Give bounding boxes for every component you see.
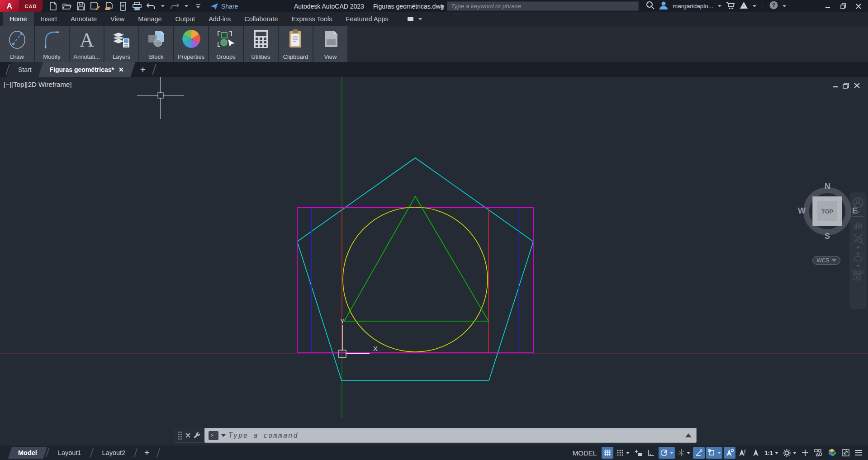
navigation-wheel-icon[interactable]	[852, 197, 864, 209]
panel-utilities[interactable]: Utilities	[244, 26, 278, 62]
polar-caret-icon[interactable]	[670, 452, 674, 454]
isodraft-caret-icon[interactable]	[687, 452, 690, 454]
search-collapse-icon[interactable]	[441, 4, 444, 9]
tab-view[interactable]: View	[104, 12, 131, 26]
tab-collaborate[interactable]: Collaborate	[237, 12, 285, 26]
minimize-button[interactable]	[821, 1, 835, 12]
tab-express-tools[interactable]: Express Tools	[285, 12, 339, 26]
zoom-extents-icon[interactable]	[853, 233, 863, 244]
rect-magenta[interactable]	[297, 208, 533, 353]
status-plus[interactable]	[799, 447, 811, 459]
status-grid[interactable]	[602, 447, 613, 459]
status-annotation-monitor[interactable]	[812, 447, 824, 459]
undo-icon[interactable]	[146, 1, 156, 11]
status-snap-mode[interactable]	[615, 447, 631, 459]
search-icon[interactable]	[646, 1, 655, 11]
command-line-window[interactable]: >_	[175, 428, 697, 443]
save-to-web-icon[interactable]	[104, 1, 114, 11]
plot-icon[interactable]	[132, 1, 142, 11]
redo-dropdown-icon[interactable]	[185, 5, 188, 7]
viewport-controls-label[interactable]: [−][Top][2D Wireframe]	[4, 81, 71, 88]
snap-caret-icon[interactable]	[626, 452, 630, 454]
search-box[interactable]	[447, 1, 639, 11]
user-avatar-icon[interactable]	[659, 1, 668, 11]
command-input[interactable]	[228, 432, 683, 440]
status-customization[interactable]	[853, 447, 864, 459]
status-annotation-autoscale[interactable]	[737, 447, 749, 459]
wrench-icon[interactable]	[194, 432, 201, 439]
panel-view[interactable]: View	[313, 26, 347, 62]
osnap-caret-icon[interactable]	[717, 452, 721, 454]
status-annotation-visibility[interactable]	[724, 447, 735, 459]
status-osnap-tracking[interactable]	[693, 447, 705, 459]
tab-annotate[interactable]: Annotate	[64, 12, 104, 26]
workspace-caret-icon[interactable]	[793, 452, 797, 454]
viewcube[interactable]: N W E S TOP	[797, 181, 858, 242]
tab-insert[interactable]: Insert	[34, 12, 64, 26]
tab-featured-apps[interactable]: Featured Apps	[339, 12, 395, 26]
pan-icon[interactable]	[853, 219, 863, 230]
status-clean-screen[interactable]	[840, 447, 851, 459]
navigation-wheel-caret-icon[interactable]	[856, 211, 860, 213]
panel-modify[interactable]: Modify	[35, 26, 69, 62]
crosshair-pickbox[interactable]	[158, 93, 163, 98]
status-polar-tracking[interactable]	[659, 447, 675, 459]
layout-tab-model[interactable]: Model	[10, 446, 45, 460]
autodesk-logo-icon[interactable]	[740, 1, 748, 11]
save-to-mobile-icon[interactable]	[118, 1, 128, 11]
status-scale-list[interactable]: 1:1	[763, 447, 780, 459]
ucs-y-label[interactable]: Y	[340, 317, 345, 325]
tab-add-ins[interactable]: Add-ins	[202, 12, 237, 26]
drag-handle-icon[interactable]	[178, 432, 182, 440]
panel-draw[interactable]: Draw	[0, 26, 34, 62]
layout-tab-layout1[interactable]: Layout1	[50, 446, 90, 460]
zoom-caret-icon[interactable]	[856, 247, 860, 249]
search-input[interactable]	[447, 2, 638, 10]
share-button[interactable]: Share	[210, 3, 238, 10]
viewcube-west[interactable]: W	[798, 206, 806, 216]
app-logo[interactable]: A CAD	[0, 0, 43, 12]
new-layout-button[interactable]: +	[138, 446, 156, 460]
status-workspace[interactable]	[781, 447, 798, 459]
open-file-icon[interactable]	[62, 1, 72, 11]
recent-commands-icon[interactable]: >_	[209, 431, 218, 440]
save-icon[interactable]	[76, 1, 86, 11]
cart-icon[interactable]	[726, 1, 735, 11]
file-tab-figuras-geometricas[interactable]: Figuras geométricas* ✕	[41, 62, 133, 77]
autodesk-menu-caret-icon[interactable]	[753, 5, 756, 7]
save-as-icon[interactable]	[90, 1, 100, 11]
triangle-green[interactable]	[344, 196, 489, 321]
status-isodraft[interactable]	[676, 447, 692, 459]
new-file-icon[interactable]	[48, 1, 58, 11]
drawing-close-button[interactable]	[853, 82, 860, 89]
close-button[interactable]	[852, 1, 865, 12]
file-tab-close-icon[interactable]: ✕	[119, 66, 124, 73]
showmotion-icon[interactable]	[852, 270, 864, 281]
username-label[interactable]: margaridaplo...	[673, 3, 713, 9]
command-input-area[interactable]: >_	[204, 428, 697, 443]
user-menu-caret-icon[interactable]	[718, 5, 721, 7]
viewcube-south[interactable]: S	[825, 232, 830, 241]
tab-output[interactable]: Output	[169, 12, 202, 26]
command-history-expand-icon[interactable]	[685, 433, 692, 437]
panel-clipboard[interactable]: Clipboard	[279, 26, 313, 62]
ribbon-display-toggle[interactable]	[407, 12, 423, 26]
restore-button[interactable]	[836, 1, 850, 12]
orbit-icon[interactable]	[853, 251, 863, 262]
undo-dropdown-icon[interactable]	[161, 5, 165, 7]
circle-yellow[interactable]	[343, 207, 488, 352]
model-space-canvas[interactable]: YX [−][Top][2D Wireframe] N W E S TOP WC…	[0, 77, 868, 446]
help-icon[interactable]: ?	[769, 1, 778, 11]
recent-commands-caret-icon[interactable]	[221, 434, 226, 437]
status-annotation-scale[interactable]	[750, 447, 762, 459]
drawing-minimize-button[interactable]	[831, 82, 839, 89]
status-dynamic-input[interactable]	[632, 447, 644, 459]
orbit-caret-icon[interactable]	[856, 265, 860, 267]
status-osnap[interactable]	[706, 447, 722, 459]
file-tab-start[interactable]: Start	[9, 62, 41, 77]
panel-groups[interactable]: Groups	[209, 26, 243, 62]
scale-caret-icon[interactable]	[775, 452, 778, 454]
ucs-x-label[interactable]: X	[373, 345, 378, 352]
panel-annotation[interactable]: A Annotati...	[70, 26, 104, 62]
redo-icon[interactable]	[170, 1, 180, 11]
